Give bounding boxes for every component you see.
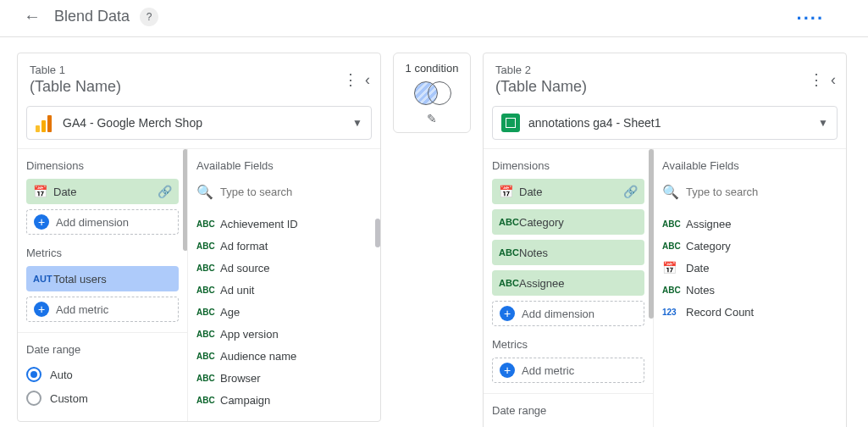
scrollbar-thumb[interactable] [649, 149, 654, 319]
field-label: Achievement ID [220, 218, 298, 230]
chip-label: Date [519, 186, 623, 198]
field-type-icon: ABC [196, 263, 220, 273]
dimension-chip[interactable]: 📅 Date 🔗 [26, 179, 179, 204]
edit-pencil-icon[interactable]: ✎ [427, 112, 437, 125]
sheets-icon [501, 114, 520, 132]
field-label: Ad unit [220, 284, 254, 297]
available-fields-column: Available Fields 🔍 ABCAssigneeABCCategor… [653, 149, 846, 427]
field-type-icon: ABC [196, 286, 220, 295]
datasource-name: GA4 - Google Merch Shop [63, 116, 352, 130]
plus-icon: + [500, 306, 515, 321]
field-type-icon: 123 [662, 308, 686, 317]
field-label: Assignee [686, 218, 731, 230]
panel-header: Table 2 (Table Name) ⋮ ‹ [484, 53, 846, 103]
chip-label: Total users [53, 273, 172, 286]
available-fields-column: Available Fields 🔍 ABCAchievement IDABCA… [187, 149, 380, 421]
search-input[interactable] [220, 186, 372, 198]
add-dimension-button[interactable]: + Add dimension [26, 209, 179, 235]
abc-icon: ABC [499, 247, 519, 258]
join-card[interactable]: 1 condition ✎ [393, 53, 471, 133]
field-label: App version [220, 328, 279, 341]
field-item[interactable]: ABCCategory [662, 235, 838, 257]
radio-label: Custom [50, 392, 88, 405]
field-item[interactable]: ABCBrowser [196, 367, 372, 389]
metric-type-icon: AUT [33, 274, 53, 284]
add-dimension-button[interactable]: + Add dimension [492, 301, 644, 326]
field-item[interactable]: 📅Date [662, 257, 838, 279]
add-metric-button[interactable]: + Add metric [492, 358, 644, 383]
field-label: Category [686, 240, 731, 252]
date-range-label: Date range [492, 404, 644, 417]
metrics-label: Metrics [26, 247, 179, 259]
field-item[interactable]: ABCAssignee [662, 213, 838, 235]
plus-icon: + [34, 214, 49, 230]
datasource-select[interactable]: GA4 - Google Merch Shop ▼ [26, 106, 372, 140]
available-fields-label: Available Fields [196, 159, 372, 172]
caret-down-icon: ▼ [352, 117, 362, 129]
search-icon: 🔍 [196, 184, 213, 200]
chip-label: Assignee [519, 277, 638, 290]
field-item[interactable]: ABCAge [196, 301, 372, 323]
add-metric-label: Add metric [522, 364, 574, 377]
chevron-left-icon[interactable]: ‹ [365, 71, 370, 89]
dimensions-label: Dimensions [26, 159, 179, 172]
table-name[interactable]: (Table Name) [30, 78, 343, 96]
field-item[interactable]: ABCAd unit [196, 279, 372, 301]
field-item[interactable]: ABCApp version [196, 323, 372, 345]
field-item[interactable]: ABCAd source [196, 257, 372, 279]
dimension-chip[interactable]: ABCCategory [492, 209, 644, 235]
help-icon[interactable]: ? [140, 8, 158, 26]
add-metric-label: Add metric [56, 303, 108, 316]
add-metric-button[interactable]: + Add metric [26, 297, 179, 322]
link-icon: 🔗 [623, 185, 638, 198]
config-column: Dimensions 📅Date🔗ABCCategoryABCNotesABCA… [484, 149, 653, 427]
field-type-icon: ABC [662, 286, 686, 295]
field-type-icon: ABC [196, 308, 220, 317]
field-item[interactable]: 123Record Count [662, 301, 838, 323]
more-icon[interactable]: ⋮ [343, 70, 358, 89]
field-label: Date [686, 262, 709, 274]
venn-icon [411, 80, 453, 107]
chevron-left-icon[interactable]: ‹ [831, 71, 836, 89]
metric-chip[interactable]: AUT Total users [26, 266, 179, 291]
abc-icon: ABC [499, 278, 519, 288]
radio-icon [26, 391, 41, 406]
field-item[interactable]: ABCAudience name [196, 345, 372, 367]
more-apps-icon[interactable]: .... [797, 3, 824, 25]
plus-icon: + [500, 363, 515, 378]
available-fields-label: Available Fields [662, 159, 838, 172]
date-range-custom-radio[interactable]: Custom [26, 386, 179, 410]
date-range-auto-radio[interactable]: Auto [26, 363, 179, 386]
field-item[interactable]: ABCNotes [662, 279, 838, 301]
dimension-chip[interactable]: ABCAssignee [492, 270, 644, 296]
datasource-name: annotations ga4 - Sheet1 [528, 116, 818, 130]
caret-down-icon: ▼ [818, 117, 828, 129]
field-item[interactable]: ABCAchievement ID [196, 213, 372, 235]
table-name[interactable]: (Table Name) [495, 78, 809, 96]
dimension-chip[interactable]: 📅Date🔗 [492, 179, 644, 204]
search-icon: 🔍 [662, 184, 679, 200]
field-label: Ad format [220, 240, 268, 252]
workspace: Table 1 (Table Name) ⋮ ‹ GA4 - Google Me… [0, 37, 868, 427]
radio-icon [26, 367, 41, 382]
field-item[interactable]: ABCCampaign [196, 389, 372, 411]
search-row: 🔍 [662, 179, 838, 204]
field-type-icon: ABC [196, 352, 220, 361]
search-input[interactable] [686, 186, 838, 198]
scrollbar-thumb[interactable] [375, 219, 380, 247]
field-type-icon: ABC [196, 330, 220, 339]
header: ← Blend Data ? [0, 0, 868, 37]
field-label: Browser [220, 372, 261, 385]
table-label: Table 2 [495, 64, 809, 76]
field-item[interactable]: ABCAd format [196, 235, 372, 257]
field-type-icon: 📅 [662, 261, 686, 274]
back-arrow-icon[interactable]: ← [24, 7, 41, 26]
more-icon[interactable]: ⋮ [809, 70, 824, 89]
metrics-label: Metrics [492, 338, 644, 351]
radio-label: Auto [50, 369, 73, 381]
datasource-select[interactable]: annotations ga4 - Sheet1 ▼ [492, 106, 838, 140]
field-label: Record Count [686, 306, 754, 319]
field-type-icon: ABC [196, 241, 220, 251]
field-label: Audience name [220, 350, 296, 363]
dimension-chip[interactable]: ABCNotes [492, 240, 644, 265]
